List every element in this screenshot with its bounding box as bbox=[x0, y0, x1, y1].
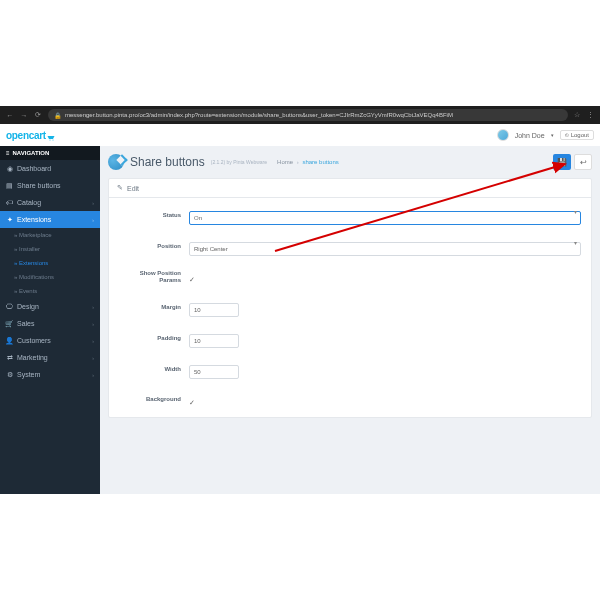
browser-chrome: ← → ⟳ 🔒 messenger.button.pinta.pro/oc3/a… bbox=[0, 106, 600, 124]
logo[interactable]: opencart bbox=[6, 130, 57, 141]
status-select[interactable]: On bbox=[189, 211, 581, 225]
status-label: Status bbox=[119, 212, 189, 219]
pencil-icon: ✎ bbox=[117, 184, 123, 192]
avatar[interactable] bbox=[497, 129, 509, 141]
background-checkbox[interactable]: ✓ bbox=[189, 399, 195, 406]
margin-input[interactable] bbox=[189, 303, 239, 317]
url-bar[interactable]: 🔒 messenger.button.pinta.pro/oc3/admin/i… bbox=[48, 109, 568, 121]
chevron-right-icon: › bbox=[92, 355, 94, 361]
sidebar-sub-modifications[interactable]: » Modifications bbox=[0, 270, 100, 284]
dashboard-icon: ◉ bbox=[6, 165, 13, 172]
background-label: Background bbox=[119, 396, 189, 403]
breadcrumb-current[interactable]: share buttons bbox=[302, 159, 338, 165]
user-icon: 👤 bbox=[6, 337, 13, 344]
sidebar-item-marketing[interactable]: ⇄Marketing› bbox=[0, 349, 100, 366]
back-button[interactable]: ↩ bbox=[574, 154, 592, 170]
sidebar-item-share-buttons[interactable]: ▤Share buttons bbox=[0, 177, 100, 194]
share-icon: ▤ bbox=[6, 182, 13, 189]
sidebar-item-system[interactable]: ⚙System› bbox=[0, 366, 100, 383]
width-label: Width bbox=[119, 366, 189, 373]
save-icon: 💾 bbox=[557, 158, 567, 167]
margin-label: Margin bbox=[119, 304, 189, 311]
url-text: messenger.button.pinta.pro/oc3/admin/ind… bbox=[65, 112, 453, 118]
logout-button[interactable]: ⎋ Logout bbox=[560, 130, 594, 140]
chevron-right-icon: › bbox=[92, 321, 94, 327]
position-select[interactable]: Right Center bbox=[189, 242, 581, 256]
desktop-icon: 🖵 bbox=[6, 303, 13, 310]
share-alt-icon: ⇄ bbox=[6, 354, 13, 361]
user-caret-icon[interactable]: ▾ bbox=[551, 132, 554, 138]
chevron-right-icon: › bbox=[92, 217, 94, 223]
show-params-label: Show Position Params bbox=[119, 270, 189, 284]
nav-header: ≡ NAVIGATION bbox=[0, 146, 100, 160]
sidebar-item-customers[interactable]: 👤Customers› bbox=[0, 332, 100, 349]
width-input[interactable] bbox=[189, 365, 239, 379]
page-meta: (2.1.2) by Pinta Webware bbox=[211, 159, 267, 165]
app-header: opencart John Doe ▾ ⎋ Logout bbox=[0, 124, 600, 146]
edit-panel: ✎ Edit Status On Position Right Center S… bbox=[108, 178, 592, 418]
sidebar-item-sales[interactable]: 🛒Sales› bbox=[0, 315, 100, 332]
breadcrumb-home[interactable]: Home bbox=[277, 159, 293, 165]
padding-input[interactable] bbox=[189, 334, 239, 348]
forward-icon[interactable]: → bbox=[20, 111, 28, 119]
logout-icon: ⎋ bbox=[565, 132, 569, 138]
menu-bars-icon[interactable]: ≡ bbox=[6, 150, 10, 156]
lock-icon: 🔒 bbox=[54, 112, 61, 119]
cart-icon: 🛒 bbox=[6, 320, 13, 327]
star-icon[interactable]: ☆ bbox=[574, 111, 580, 119]
tag-icon: 🏷 bbox=[6, 199, 13, 206]
breadcrumb: Home › share buttons bbox=[277, 159, 339, 165]
gear-icon: ⚙ bbox=[6, 371, 13, 378]
show-params-checkbox[interactable]: ✓ bbox=[189, 276, 195, 283]
page-title: Share buttons bbox=[130, 155, 205, 169]
panel-header: ✎ Edit bbox=[109, 179, 591, 198]
main-content: Share buttons (2.1.2) by Pinta Webware H… bbox=[100, 146, 600, 494]
chevron-right-icon: › bbox=[92, 338, 94, 344]
back-icon[interactable]: ← bbox=[6, 111, 14, 119]
reload-icon[interactable]: ⟳ bbox=[34, 111, 42, 119]
sidebar-item-design[interactable]: 🖵Design› bbox=[0, 298, 100, 315]
menu-icon[interactable]: ⋮ bbox=[586, 111, 594, 119]
cart-icon bbox=[47, 132, 57, 138]
username[interactable]: John Doe bbox=[515, 132, 545, 139]
sidebar-sub-marketplace[interactable]: » Marketplace bbox=[0, 228, 100, 242]
position-label: Position bbox=[119, 243, 189, 250]
sidebar-item-catalog[interactable]: 🏷Catalog› bbox=[0, 194, 100, 211]
chevron-right-icon: › bbox=[92, 200, 94, 206]
sidebar-sub-installer[interactable]: » Installer bbox=[0, 242, 100, 256]
puzzle-icon: ✦ bbox=[6, 216, 13, 223]
chevron-right-icon: › bbox=[92, 372, 94, 378]
sidebar: ≡ NAVIGATION ◉Dashboard ▤Share buttons 🏷… bbox=[0, 146, 100, 494]
sidebar-item-dashboard[interactable]: ◉Dashboard bbox=[0, 160, 100, 177]
reply-icon: ↩ bbox=[580, 158, 587, 167]
sidebar-item-extensions[interactable]: ✦Extensions› bbox=[0, 211, 100, 228]
padding-label: Padding bbox=[119, 335, 189, 342]
save-button[interactable]: 💾 bbox=[553, 154, 571, 170]
sidebar-sub-extensions[interactable]: » Extensions bbox=[0, 256, 100, 270]
sidebar-sub-events[interactable]: » Events bbox=[0, 284, 100, 298]
module-icon bbox=[108, 154, 124, 170]
chevron-right-icon: › bbox=[92, 304, 94, 310]
